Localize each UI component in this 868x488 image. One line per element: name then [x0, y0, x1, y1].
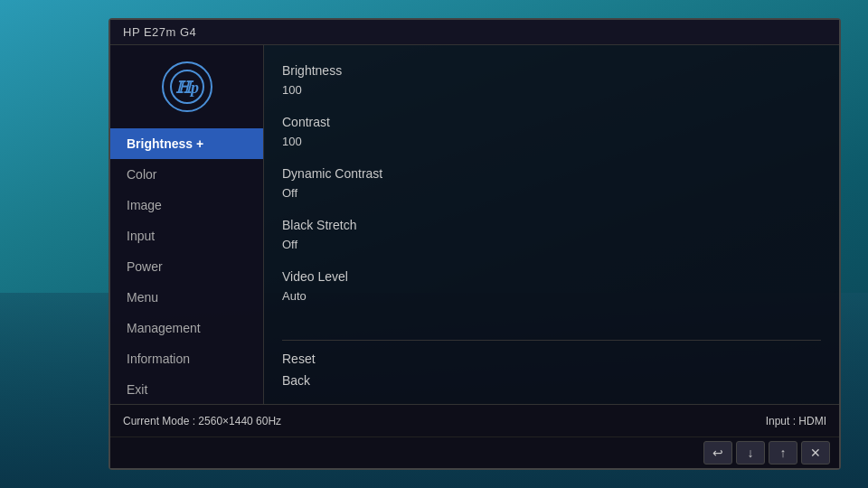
setting-black-stretch: Black Stretch Off [282, 212, 821, 255]
nav-back-button[interactable]: ↩ [703, 441, 732, 465]
sidebar-item-image[interactable]: Image [110, 190, 263, 221]
hp-logo: ℍp [162, 61, 212, 112]
setting-brightness: Brightness 100 [282, 58, 821, 100]
settings-list: Brightness 100 Contrast 100 Dynamic Cont… [282, 58, 821, 340]
setting-dynamic-contrast: Dynamic Contrast Off [282, 161, 821, 203]
back-action[interactable]: Back [282, 370, 821, 391]
svg-text:ℍp: ℍp [175, 79, 198, 97]
sidebar-item-brightness[interactable]: Brightness + [110, 128, 263, 159]
monitor-title: HP E27m G4 [123, 25, 196, 39]
logo-area: ℍp [110, 52, 263, 128]
close-icon: ✕ [810, 446, 821, 460]
sidebar-item-color[interactable]: Color [110, 159, 263, 190]
content-panel: Brightness 100 Contrast 100 Dynamic Cont… [264, 45, 839, 404]
sidebar-item-power[interactable]: Power [110, 251, 263, 282]
sidebar-item-menu[interactable]: Menu [110, 282, 263, 313]
sidebar-item-information[interactable]: Information [110, 343, 263, 374]
title-bar: HP E27m G4 [110, 20, 839, 45]
hp-logo-svg: ℍp [169, 69, 205, 105]
sidebar: ℍp Brightness + Color Image Input Power [110, 45, 264, 404]
nav-down-button[interactable]: ↓ [736, 441, 765, 465]
back-icon: ↩ [712, 446, 723, 460]
up-icon: ↑ [780, 446, 787, 460]
nav-up-button[interactable]: ↑ [769, 441, 797, 465]
current-mode: Current Mode : 2560×1440 60Hz [123, 415, 281, 427]
setting-contrast: Contrast 100 [282, 109, 821, 152]
osd-body: ℍp Brightness + Color Image Input Power [110, 45, 839, 404]
sidebar-item-management[interactable]: Management [110, 313, 263, 343]
nav-buttons: ↩ ↓ ↑ ✕ [110, 436, 839, 468]
input-source: Input : HDMI [766, 415, 826, 427]
reset-action[interactable]: Reset [282, 348, 821, 370]
setting-video-level: Video Level Auto [282, 264, 821, 306]
sidebar-item-input[interactable]: Input [110, 221, 263, 251]
bottom-actions: Reset Back [282, 340, 821, 391]
footer-bar: Current Mode : 2560×1440 60Hz Input : HD… [110, 404, 839, 436]
nav-close-button[interactable]: ✕ [801, 441, 830, 465]
down-icon: ↓ [748, 446, 754, 460]
sidebar-item-exit[interactable]: Exit [110, 374, 263, 404]
osd-frame: HP E27m G4 ℍp Brightness + Color [108, 18, 841, 470]
